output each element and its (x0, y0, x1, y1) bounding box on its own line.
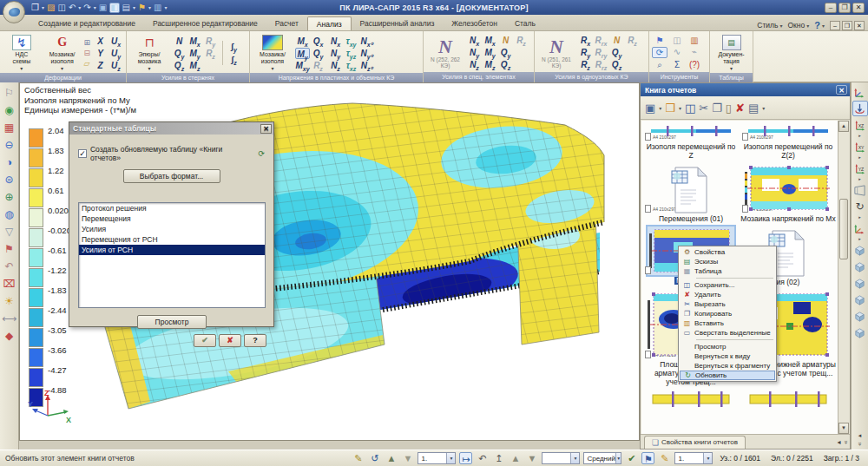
print-book-icon-drop[interactable]: ▾ (762, 105, 765, 111)
table-list-item[interactable]: Протокол решения (79, 203, 265, 213)
ribbon-letter-τxy[interactable]: τxy (344, 36, 358, 47)
axes-red-icon[interactable] (852, 220, 868, 236)
edit-pencil-icon[interactable]: ✎ (658, 452, 671, 464)
ribbon-letter-Mxy[interactable]: Mxy (295, 60, 310, 71)
ok-button[interactable]: ✔ (194, 334, 216, 347)
ribbon-letter-Uz[interactable]: Uz (108, 60, 123, 71)
tab-4[interactable]: Анализ (307, 16, 352, 30)
model-canvas[interactable]: Собственный вес Изополя напряжений по My… (19, 82, 640, 441)
ribbon-letter-Rrz[interactable]: Rrz (594, 59, 608, 70)
thumbnail-2[interactable]: A4 210x297Изополя перемещений по Z(2) (740, 122, 837, 161)
pan-target-icon[interactable]: ◉ (2, 103, 17, 118)
ribbon-letter-τxz[interactable]: τxz (344, 60, 358, 71)
context-menu-item[interactable]: ▭Сверстать выделенные (680, 328, 775, 338)
ribbon-letter-Z[interactable]: Z (93, 60, 108, 71)
scroll-down-button[interactable]: ▼ (838, 423, 849, 434)
export-icon-drop[interactable]: ▾ (679, 105, 681, 111)
ribbon-letter-Ry[interactable]: Ry (578, 47, 593, 58)
table-list-item[interactable]: Усилия (79, 224, 265, 234)
menu-?[interactable]: ?▾ (814, 20, 825, 30)
spotlight-icon[interactable]: ☀ (2, 294, 17, 309)
panel-title-bar[interactable]: Книга отчетов ✕ (641, 83, 850, 96)
ribbon-letter-N[interactable]: N (172, 36, 187, 47)
xz-view-icon[interactable]: XZ (852, 117, 868, 133)
paste-icon[interactable]: ▯ (726, 102, 732, 115)
ribbon-letter-Rz[interactable]: Rz (311, 60, 326, 71)
size-combo-arrow[interactable]: ▼ (615, 453, 621, 463)
undo-view-icon[interactable]: ↶ (476, 452, 489, 464)
restore-doc-button[interactable]: ❐ (842, 21, 852, 30)
menu-Стиль[interactable]: Стиль▾ (757, 20, 782, 30)
ribbon-letter-Mz[interactable]: Mz (187, 60, 202, 71)
palette-tool-icon[interactable]: ▥ (687, 36, 702, 45)
layers-icon[interactable]: ⊜ (2, 173, 17, 187)
cube-right-icon[interactable] (852, 308, 868, 324)
ribbon-letter-N[interactable]: N (498, 35, 513, 46)
ribbon-letter-∫y[interactable]: ∫y (227, 41, 241, 52)
ribbon-letter-N[interactable]: N (609, 35, 624, 46)
query-tool-icon[interactable]: (?) (687, 60, 702, 70)
ribbon-letter-∫z[interactable]: ∫z (227, 54, 241, 65)
cube-back-icon[interactable] (852, 275, 868, 291)
tab-3[interactable]: Расчет (266, 16, 307, 30)
plate-mosaic-button[interactable]: Мозаика/ изополя▾ (253, 33, 293, 73)
thumbnail-4[interactable]: A4 210x297Мозаика напряжений по Mx (740, 161, 837, 225)
context-menu-item[interactable]: ✂Вырезать (680, 299, 775, 309)
cancel-button[interactable]: ✘ (219, 334, 241, 347)
tab-6[interactable]: Железобетон (443, 16, 506, 30)
documentation-button[interactable]: ▤Докумен- тация▾ (713, 33, 750, 73)
zoom-tool-icon[interactable]: ⌕ (652, 60, 667, 70)
view-direction-icon[interactable] (852, 101, 868, 116)
sum-tool-icon[interactable]: Σ (669, 60, 685, 70)
ribbon-letter-Mz[interactable]: Mz (483, 59, 497, 70)
context-menu-item[interactable]: Просмотр (680, 342, 775, 351)
ribbon-letter-Ry[interactable]: Ry (203, 36, 218, 47)
close-button[interactable]: ✕ (852, 3, 865, 13)
cube-bottom-icon[interactable] (852, 325, 868, 340)
print-book-icon[interactable]: ▤ (748, 102, 759, 115)
restore-button[interactable]: ❐ (838, 3, 851, 13)
cursor-mode-icon[interactable]: ↦ (459, 452, 472, 464)
thumbnail-1[interactable]: A4 210x297Изополя перемещений по Z (642, 122, 740, 161)
table-list-item[interactable]: Перемещения (79, 213, 265, 224)
ribbon-letter-Ny[interactable]: Ny (328, 48, 343, 59)
dialog-title-bar[interactable]: Стандартные таблицы ✕ (69, 122, 273, 135)
ribbon-letter-Qz[interactable]: Qz (609, 59, 624, 70)
thumbnail-10[interactable] (740, 388, 837, 410)
ribbon-letter-Ny[interactable]: Ny (467, 47, 482, 58)
ribbon-letter-Qy[interactable]: Qy (609, 47, 624, 58)
xy-view-icon-drop[interactable]: ▸ (858, 155, 861, 160)
cube-front-icon[interactable] (852, 259, 868, 274)
panel-close-button[interactable]: ✕ (836, 85, 847, 95)
next-icon[interactable]: ▼ (401, 452, 414, 464)
ribbon-letter-Rz[interactable]: Rz (578, 59, 593, 70)
apply-icon[interactable]: ✔ (625, 452, 638, 464)
tab-7[interactable]: Сталь (506, 16, 544, 30)
context-menu-item[interactable]: ⚙Свойства (680, 247, 775, 257)
panel-scrollbar[interactable]: ▲ ▼ (838, 121, 849, 434)
ribbon-letter-Nz[interactable]: Nz (467, 59, 482, 70)
mosaic-isopoly-button[interactable]: GМозаика/ изополя▾ (43, 33, 82, 73)
rotate-view-icon[interactable]: ↻ (852, 199, 868, 214)
perspective-icon[interactable] (852, 182, 868, 198)
filter-icon[interactable]: ▽ (2, 225, 17, 240)
view-combo[interactable]: 1.▼ (674, 452, 713, 464)
rotate-view-icon-drop[interactable]: ▸ (858, 215, 861, 220)
pack-tool-icon[interactable]: ◫ (669, 36, 685, 45)
context-menu-item[interactable]: ❐Копировать (680, 309, 775, 318)
ribbon-letter-Uy[interactable]: Uy (108, 48, 123, 59)
toolbar-scroll-down-icon[interactable]: « (856, 442, 864, 445)
xz-view-icon-drop[interactable]: ▸ (858, 134, 861, 138)
ribbon-letter-Nx[interactable]: Nx (467, 35, 482, 46)
ribbon-letter-Mx[interactable]: Mx (187, 36, 202, 47)
ribbon-letter-Qx[interactable]: Qx (311, 36, 326, 47)
zoom-cancel-icon[interactable]: ⌧ (2, 277, 17, 292)
rotate-sphere-icon[interactable]: ⊕ (2, 190, 17, 205)
nds-scheme-button[interactable]: ↯НДС схемы▾ (3, 33, 41, 73)
snapshot-icon-drop[interactable]: ▾ (659, 105, 661, 111)
ribbon-letter-X[interactable]: X (93, 36, 108, 47)
ribbon-letter-Qz[interactable]: Qz (498, 59, 513, 70)
frame-icon[interactable]: ⊞ (83, 38, 90, 47)
half-section-icon[interactable]: ◑ (2, 155, 17, 170)
ribbon-letter-Nx⁰[interactable]: Nx⁰ (359, 36, 374, 47)
